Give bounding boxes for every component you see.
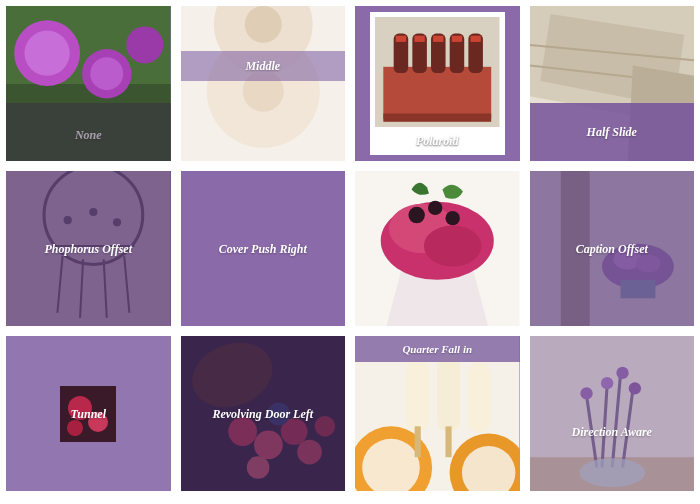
svg-point-46 (428, 201, 442, 215)
svg-rect-21 (414, 36, 424, 42)
tile-middle[interactable]: Middle (181, 6, 346, 161)
svg-rect-75 (468, 363, 491, 433)
caption-tunnel: Tunnel (70, 406, 106, 421)
caption-middle: Middle (245, 59, 280, 74)
svg-point-3 (25, 31, 70, 76)
svg-rect-76 (415, 426, 421, 457)
svg-point-45 (408, 207, 424, 223)
svg-point-44 (424, 225, 482, 266)
halfslide-panel: Half Slide (530, 103, 695, 161)
tile-halfslide[interactable]: Half Slide (530, 6, 695, 161)
svg-rect-23 (452, 36, 462, 42)
svg-point-5 (90, 57, 123, 90)
middle-band: Middle (181, 51, 346, 81)
svg-point-11 (244, 6, 281, 43)
tile-coverpush[interactable]: Cover Push Right (181, 171, 346, 326)
svg-rect-24 (470, 36, 480, 42)
overlay-direction (530, 336, 695, 491)
bottom-shade (6, 103, 171, 161)
svg-point-47 (445, 211, 459, 225)
caption-coverpush: Cover Push Right (219, 241, 307, 256)
tile-polaroid[interactable]: Polaroid (355, 6, 520, 161)
tile-tunnel[interactable]: Tunnel (6, 336, 171, 491)
tile-phophorus[interactable]: Phophorus Offset (6, 171, 171, 326)
tile-none[interactable]: None (6, 6, 171, 161)
caption-quarterfall: Quarter Fall in (402, 343, 472, 355)
gallery-grid: None Middle Polaroid Half Slide Phophoru… (0, 0, 700, 497)
tile-captionoffset[interactable]: Caption Offset (530, 171, 695, 326)
svg-rect-74 (437, 354, 460, 431)
svg-rect-13 (383, 67, 491, 119)
svg-rect-14 (383, 114, 491, 122)
polaroid-image (375, 17, 500, 127)
svg-point-58 (67, 420, 83, 436)
quarterfall-band: Quarter Fall in (355, 336, 520, 362)
caption-phophorus: Phophorus Offset (45, 241, 132, 256)
svg-point-6 (126, 26, 163, 63)
svg-rect-22 (433, 36, 443, 42)
svg-rect-73 (406, 360, 429, 432)
caption-direction: Direction Aware (572, 425, 652, 440)
caption-captionoffset: Caption Offset (576, 241, 648, 256)
svg-rect-20 (396, 36, 406, 42)
tile-quarterfall[interactable]: Quarter Fall in (355, 336, 520, 491)
svg-rect-77 (445, 426, 451, 457)
caption-polaroid: Polaroid (416, 134, 459, 149)
tile-icecream[interactable] (355, 171, 520, 326)
tile-revolving[interactable]: Revolving Door Left (181, 336, 346, 491)
tile-direction[interactable]: Direction Aware (530, 336, 695, 491)
caption-halfslide: Half Slide (587, 125, 637, 140)
caption-revolving: Revolving Door Left (212, 406, 313, 421)
